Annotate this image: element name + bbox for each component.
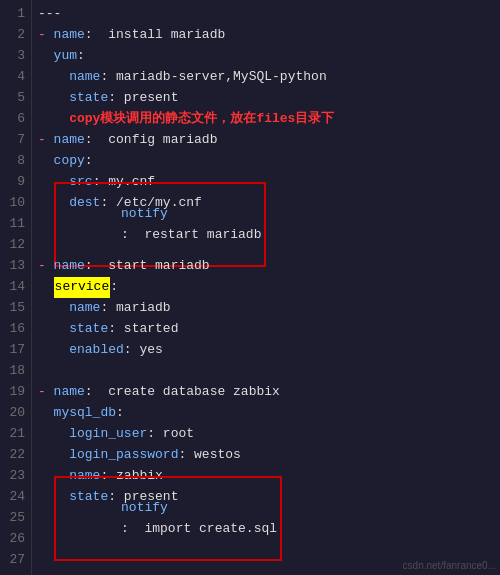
line6-comment: copy模块调用的静态文件，放在files目录下	[38, 109, 334, 129]
watermark: csdn.net/fanrance0...	[403, 558, 496, 574]
line13-colon: :	[85, 256, 108, 276]
ln-27: 27	[4, 550, 25, 571]
line21-val: root	[163, 424, 194, 444]
code-line-18	[38, 361, 494, 382]
code-line-6: copy模块调用的静态文件，放在files目录下	[38, 109, 494, 130]
ln-11: 11	[4, 214, 25, 235]
ln-17: 17	[4, 340, 25, 361]
code-line-4: name : mariadb-server,MySQL-python	[38, 67, 494, 88]
code-line-20: mysql_db :	[38, 403, 494, 424]
ln-2: 2	[4, 25, 25, 46]
line5-colon: :	[108, 88, 124, 108]
line4-colon: :	[100, 67, 116, 87]
code-line-25: notify : import create.sql	[38, 508, 494, 529]
ln-10: 10	[4, 193, 25, 214]
line7-key: name	[54, 130, 85, 150]
line8-key: copy	[54, 151, 85, 171]
line-numbers: 1 2 3 4 5 6 7 8 9 10 11 12 13 14 15 16 1…	[0, 0, 32, 575]
ln-22: 22	[4, 445, 25, 466]
line13-dash: -	[38, 256, 54, 276]
ln-14: 14	[4, 277, 25, 298]
code-line-7: - name : config mariadb	[38, 130, 494, 151]
ln-9: 9	[4, 172, 25, 193]
code-line-16: state : started	[38, 319, 494, 340]
line5-val: present	[124, 88, 179, 108]
code-line-21: login_user : root	[38, 424, 494, 445]
line22-indent	[38, 445, 69, 465]
line8-colon: :	[85, 151, 93, 171]
line14-service-keyword: service	[54, 277, 111, 297]
line14-indent	[38, 277, 54, 297]
code-line-22: login_password : westos	[38, 445, 494, 466]
code-line-11: notify : restart mariadb	[38, 214, 494, 235]
line2-val: install mariadb	[108, 25, 225, 45]
line22-val: westos	[194, 445, 241, 465]
ln-21: 21	[4, 424, 25, 445]
line11-notify-colon: : restart mariadb	[121, 227, 261, 242]
line17-colon: :	[124, 340, 140, 360]
code-line-14: service :	[38, 277, 494, 298]
code-line-5: state : present	[38, 88, 494, 109]
line19-val: create database zabbix	[108, 382, 280, 402]
line16-val: started	[124, 319, 179, 339]
ln-20: 20	[4, 403, 25, 424]
line2-colon: :	[85, 25, 108, 45]
code-line-3: yum :	[38, 46, 494, 67]
line21-key: login_user	[69, 424, 147, 444]
line22-colon: :	[178, 445, 194, 465]
line7-colon: :	[85, 130, 108, 150]
ln-8: 8	[4, 151, 25, 172]
ln-12: 12	[4, 235, 25, 256]
line2-dash: -	[38, 25, 54, 45]
line16-key: state	[69, 319, 108, 339]
line20-colon: :	[116, 403, 124, 423]
line1-text: ---	[38, 4, 61, 24]
line17-key: enabled	[69, 340, 124, 360]
line3-key: yum	[54, 46, 77, 66]
line7-dash: -	[38, 130, 54, 150]
line3-indent	[38, 46, 54, 66]
code-editor: 1 2 3 4 5 6 7 8 9 10 11 12 13 14 15 16 1…	[0, 0, 500, 575]
ln-5: 5	[4, 88, 25, 109]
line20-indent	[38, 403, 54, 423]
line13-val: start mariadb	[108, 256, 209, 276]
line17-val: yes	[139, 340, 162, 360]
line5-indent	[38, 88, 69, 108]
line17-indent	[38, 340, 69, 360]
line8-indent	[38, 151, 54, 171]
line16-colon: :	[108, 319, 124, 339]
line11-notify-box: notify : restart mariadb	[54, 182, 267, 267]
ln-7: 7	[4, 130, 25, 151]
line19-key: name	[54, 382, 85, 402]
ln-24: 24	[4, 487, 25, 508]
line20-key: mysql_db	[54, 403, 116, 423]
ln-25: 25	[4, 508, 25, 529]
ln-1: 1	[4, 4, 25, 25]
ln-6: 6	[4, 109, 25, 130]
code-line-17: enabled : yes	[38, 340, 494, 361]
line15-indent	[38, 298, 69, 318]
line25-notify-colon: : import create.sql	[121, 521, 277, 536]
ln-4: 4	[4, 67, 25, 88]
line4-key: name	[69, 67, 100, 87]
line15-colon: :	[100, 298, 116, 318]
ln-15: 15	[4, 298, 25, 319]
line14-colon: :	[110, 277, 118, 297]
line3-colon: :	[77, 46, 85, 66]
ln-23: 23	[4, 466, 25, 487]
line11-notify-key: notify	[121, 206, 168, 221]
line19-colon: :	[85, 382, 108, 402]
ln-26: 26	[4, 529, 25, 550]
line5-key: state	[69, 88, 108, 108]
line21-indent	[38, 424, 69, 444]
code-line-19: - name : create database zabbix	[38, 382, 494, 403]
line25-indent	[38, 508, 54, 528]
code-line-2: - name : install mariadb	[38, 25, 494, 46]
line25-notify-box: notify : import create.sql	[54, 476, 282, 561]
line21-colon: :	[147, 424, 163, 444]
line2-key: name	[54, 25, 85, 45]
line15-key: name	[69, 298, 100, 318]
line25-notify-key: notify	[121, 500, 168, 515]
ln-16: 16	[4, 319, 25, 340]
line15-val: mariadb	[116, 298, 171, 318]
